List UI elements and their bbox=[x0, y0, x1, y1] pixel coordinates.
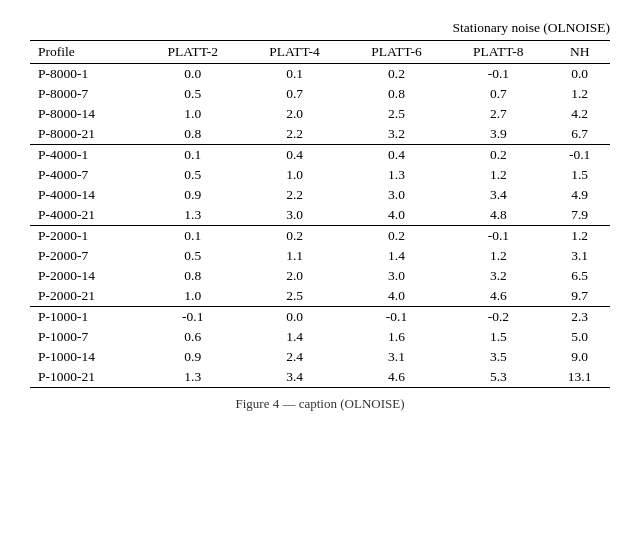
col-header-platt4: PLATT-4 bbox=[244, 41, 346, 64]
table-row: P-2000-140.82.03.03.26.5 bbox=[30, 266, 610, 286]
table-row: P-1000-1-0.10.0-0.1-0.22.3 bbox=[30, 307, 610, 328]
col-header-profile: Profile bbox=[30, 41, 142, 64]
data-table: Stationary noise (OLNOISE) Profile PLATT… bbox=[30, 20, 610, 388]
column-header-row: Profile PLATT-2 PLATT-4 PLATT-6 PLATT-8 … bbox=[30, 41, 610, 64]
table-row: P-4000-140.92.23.03.44.9 bbox=[30, 185, 610, 205]
super-header-row: Stationary noise (OLNOISE) bbox=[30, 20, 610, 41]
table-row: P-1000-70.61.41.61.55.0 bbox=[30, 327, 610, 347]
table-row: P-2000-70.51.11.41.23.1 bbox=[30, 246, 610, 266]
table-row: P-4000-211.33.04.04.87.9 bbox=[30, 205, 610, 226]
table-row: P-8000-70.50.70.80.71.2 bbox=[30, 84, 610, 104]
col-header-platt2: PLATT-2 bbox=[142, 41, 244, 64]
table-row: P-8000-210.82.23.23.96.7 bbox=[30, 124, 610, 145]
page-container: Stationary noise (OLNOISE) Profile PLATT… bbox=[30, 20, 610, 412]
table-row: P-8000-10.00.10.2-0.10.0 bbox=[30, 64, 610, 85]
table-row: P-1000-211.33.44.65.313.1 bbox=[30, 367, 610, 388]
col-header-platt6: PLATT-6 bbox=[346, 41, 448, 64]
table-row: P-2000-10.10.20.2-0.11.2 bbox=[30, 226, 610, 247]
table-row: P-2000-211.02.54.04.69.7 bbox=[30, 286, 610, 307]
table-row: P-4000-10.10.40.40.2-0.1 bbox=[30, 145, 610, 166]
super-header: Stationary noise (OLNOISE) bbox=[30, 20, 610, 41]
table-caption: Figure 4 — caption (OLNOISE) bbox=[30, 388, 610, 412]
col-header-platt8: PLATT-8 bbox=[447, 41, 549, 64]
table-row: P-1000-140.92.43.13.59.0 bbox=[30, 347, 610, 367]
table-row: P-8000-141.02.02.52.74.2 bbox=[30, 104, 610, 124]
table-row: P-4000-70.51.01.31.21.5 bbox=[30, 165, 610, 185]
col-header-nh: NH bbox=[549, 41, 610, 64]
